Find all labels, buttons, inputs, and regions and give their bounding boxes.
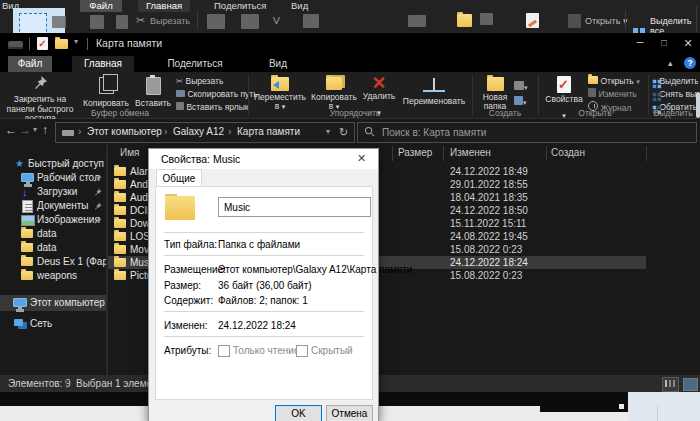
folder-icon [114, 258, 126, 267]
bg-new-folder-icon[interactable] [457, 14, 472, 27]
new-folder-button[interactable]: Новая папка [476, 74, 514, 111]
copy-to-button[interactable]: Копировать в [308, 74, 360, 111]
close-button[interactable]: ✕ [676, 33, 700, 55]
copy-icon [99, 77, 114, 94]
hidden-checkbox[interactable] [296, 345, 308, 357]
dialog-name-input[interactable] [218, 197, 371, 217]
maximize-button[interactable]: □ [652, 33, 676, 55]
tab-file[interactable]: Файл [8, 56, 52, 72]
select-all-button[interactable]: Выделить все [652, 75, 698, 88]
address-dropdown-icon[interactable] [326, 123, 330, 141]
breadcrumb-sep-icon [78, 123, 81, 141]
forward-button[interactable]: → [19, 123, 31, 137]
tab-home[interactable]: Главная [72, 56, 134, 72]
address-box[interactable]: Этот компьютер Galaxy A12 Карта памяти ↻ [55, 122, 355, 143]
search-input[interactable] [380, 123, 684, 142]
bg-tab-file[interactable]: Файл [80, 0, 122, 12]
sidebar-item-folder[interactable]: Deus Ex 1 (Фаргус ( [0, 255, 106, 269]
properties-label: Свойства [542, 95, 586, 104]
desktop-icon [21, 173, 34, 182]
open-button[interactable]: Открыть [588, 75, 640, 88]
sidebar-item-folder[interactable]: data [0, 227, 106, 241]
details-view-button[interactable] [662, 377, 679, 392]
bg-tab-view[interactable]: Вид [291, 0, 308, 12]
breadcrumb-sd-card[interactable]: Карта памяти [237, 123, 300, 141]
column-resize-handle[interactable] [443, 146, 444, 161]
file-modified: 24.08.2022 19:45 [450, 230, 528, 243]
qat-folder-icon[interactable] [55, 39, 68, 49]
paste-shortcut-button[interactable]: Вставить ярлык [176, 101, 258, 114]
column-resize-handle[interactable] [646, 146, 647, 161]
bg-select-all-label[interactable]: Выделить все [650, 16, 700, 33]
column-header-name[interactable]: Имя [120, 147, 139, 158]
bg-move-icon[interactable] [207, 14, 225, 29]
minimize-button[interactable]: – [628, 33, 652, 55]
bg-copyto-icon[interactable] [241, 14, 259, 29]
up-button[interactable]: ↑ [42, 123, 48, 137]
bg-delete-icon[interactable]: ˅ [272, 12, 281, 29]
rename-button[interactable]: Переименовать [398, 74, 470, 106]
collapse-ribbon-icon[interactable] [668, 58, 673, 68]
search-icon [364, 126, 375, 137]
cancel-button[interactable]: Отмена [326, 405, 373, 421]
help-icon[interactable]: ? [684, 57, 696, 69]
bg-cut-label[interactable]: Вырезать [150, 16, 190, 26]
bg-open-label[interactable]: Открыть [585, 16, 627, 26]
bg-newitem-icon[interactable] [480, 13, 493, 25]
copy-button[interactable]: Копировать [80, 74, 132, 108]
folder-icon [114, 219, 126, 228]
tab-share[interactable]: Поделиться [158, 56, 232, 72]
bg-pin-icon[interactable] [52, 16, 66, 28]
select-none-button[interactable]: Снять выделение [652, 88, 698, 101]
edit-button[interactable]: Изменить [588, 88, 640, 101]
readonly-checkbox[interactable] [218, 345, 230, 357]
background-resize-grip[interactable] [619, 404, 624, 409]
bg-tab-home[interactable]: Главная [138, 0, 190, 12]
breadcrumb-this-pc[interactable]: Этот компьютер [87, 123, 162, 141]
bg-open-icon[interactable] [568, 14, 581, 28]
column-header-size[interactable]: Размер [398, 147, 432, 158]
thumbnail-view-button[interactable] [683, 378, 698, 391]
paste-button[interactable]: Вставить [132, 74, 174, 108]
qat-properties-icon[interactable]: ✓ [37, 37, 48, 50]
bg-copy-icon[interactable] [90, 15, 104, 29]
ok-button[interactable]: OK [275, 405, 322, 421]
column-resize-handle[interactable] [546, 146, 547, 161]
search-box[interactable] [357, 122, 697, 143]
qat-dropdown-icon[interactable] [74, 37, 78, 46]
properties-icon [557, 76, 571, 93]
back-button[interactable]: ← [5, 123, 17, 137]
sidebar-item-folder[interactable]: data [0, 241, 106, 255]
sidebar-item-desktop[interactable]: Рабочий стол [0, 171, 106, 185]
sidebar-item-folder[interactable]: weapons [0, 269, 106, 283]
move-to-button[interactable]: Переместить в [252, 74, 308, 111]
sidebar-item-downloads[interactable]: ↓ Загрузки [0, 185, 106, 199]
breadcrumb-device[interactable]: Galaxy A12 [173, 123, 224, 141]
column-header-created[interactable]: Создан [551, 147, 585, 158]
rename-label: Переименовать [398, 96, 470, 106]
recent-locations-icon[interactable] [33, 125, 37, 134]
easy-access-icon [514, 96, 523, 105]
sidebar-item-documents[interactable]: Документы [0, 199, 106, 213]
bg-rename2-icon[interactable] [408, 15, 426, 27]
bg-cut-icon[interactable]: ✂ [136, 14, 145, 27]
copy-path-button[interactable]: Скопировать путь [176, 88, 258, 101]
bg-rename-icon[interactable] [303, 14, 319, 28]
bg-paste-icon[interactable] [116, 15, 128, 29]
bg-doc-icon[interactable] [526, 13, 539, 28]
sidebar-item-network[interactable]: Сеть [0, 317, 106, 331]
sidebar-item-this-pc[interactable]: Этот компьютер [0, 295, 106, 311]
bg-tab-share[interactable]: Поделиться [214, 0, 266, 12]
tab-view[interactable]: Вид [258, 56, 298, 72]
sidebar-item-quick-access[interactable]: ★ Быстрый доступ [0, 157, 106, 171]
sidebar-item-pictures[interactable]: Изображения [0, 213, 106, 227]
refresh-icon[interactable]: ↻ [339, 123, 348, 141]
column-resize-handle[interactable] [392, 146, 393, 161]
dialog-close-icon[interactable]: ✕ [357, 152, 366, 165]
chevron-down-icon [636, 78, 640, 85]
cut-button[interactable]: ✂ Вырезать [176, 75, 258, 88]
paste-icon [146, 77, 161, 95]
column-header-modified[interactable]: Изменен [450, 147, 491, 158]
easy-access-button[interactable] [514, 91, 527, 109]
dialog-title-bar[interactable]: Свойства: Music ✕ [149, 149, 378, 169]
